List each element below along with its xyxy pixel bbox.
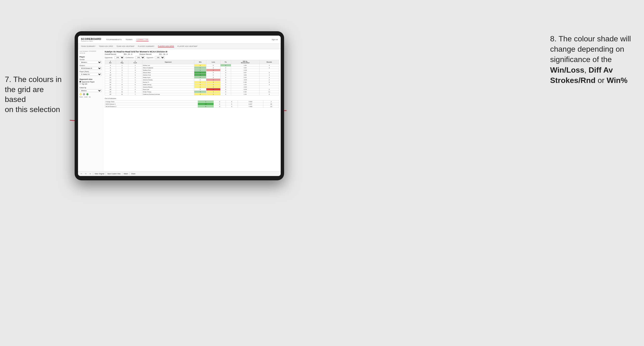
cell-reg: 1 xyxy=(116,64,128,67)
overall-record-label: Overall Record: xyxy=(105,53,116,55)
table-row: 5 2 2 Alexis Sudjianto 1 0 0 4.00 3 xyxy=(105,67,279,69)
cell-loss: 2 xyxy=(206,81,220,83)
subnav-team-h2h-heatmap[interactable]: TEAM H2H HEATMAP xyxy=(116,45,134,47)
cell-loss: 1 xyxy=(206,91,220,93)
cell-win: 1 xyxy=(194,67,206,69)
cell-diff: 1.33 xyxy=(231,93,259,95)
cell-diff: 1.50 xyxy=(231,64,259,67)
out-cell-diff: 9.267 xyxy=(238,103,263,105)
grid-records: Overall Record: 353 - 34 - 6 Division Re… xyxy=(105,53,279,55)
division-select[interactable]: NCAA Division III xyxy=(80,67,102,70)
colour-by-label: Colour by xyxy=(80,87,102,88)
cell-win: 4 xyxy=(194,91,206,93)
cell-div: 13 xyxy=(105,79,116,81)
legend-circle-level xyxy=(83,93,85,95)
cell-diff: -0.94 xyxy=(231,86,259,88)
filter-conference-label: Conference xyxy=(126,57,134,58)
watch-btn[interactable]: Watch xyxy=(124,173,128,174)
nav-teams[interactable]: TEAMS xyxy=(126,38,132,41)
subnav-team-summary[interactable]: TEAM SUMMARY xyxy=(81,45,96,47)
cell-rounds: 4 xyxy=(259,74,279,76)
col-opponent: Opponent xyxy=(142,60,194,64)
cell-rounds: 3 xyxy=(259,76,279,79)
share-btn[interactable]: Share xyxy=(131,173,135,174)
grid-title: Katelyn Vo Head-to-Head Grid for Women's… xyxy=(105,50,279,53)
out-cell-win: 1 xyxy=(198,101,214,103)
cell-win: 1 xyxy=(194,64,206,67)
cell-conf: 1 xyxy=(128,64,142,67)
nav-tournaments[interactable]: TOURNAMENTS xyxy=(106,38,122,41)
player-section-title: Player xyxy=(80,56,102,58)
filter-opponents-select[interactable]: (All) xyxy=(114,56,124,59)
cell-conf: 2 xyxy=(128,88,142,91)
main-content: Last Updated: 27/03/2024 16:55:38 Player… xyxy=(78,49,281,171)
save-custom-btn[interactable]: Save Custom View xyxy=(107,173,120,174)
cell-rounds: 2 xyxy=(259,79,279,81)
undo-btn[interactable]: ↩ xyxy=(80,173,83,175)
cell-loss: 1 xyxy=(206,69,220,71)
table-row: 6 3 3 Sydney Kuo 1 1 0 -1.00 xyxy=(105,69,279,71)
out-cell-win: 15 xyxy=(198,103,214,105)
cell-tie: 0 xyxy=(220,83,231,86)
colour-by-select[interactable]: Win/loss xyxy=(80,89,102,92)
cell-reg: 6 xyxy=(116,74,128,76)
player-rank-select[interactable]: 8. Katelyn Vo xyxy=(80,73,102,76)
cell-opponent: Sharon Mun xyxy=(142,71,194,74)
cell-opponent: Sydney Kuo xyxy=(142,69,194,71)
cell-diff: 3.33 xyxy=(231,76,259,79)
cell-reg: 3 xyxy=(116,69,128,71)
table-row: 18 2 2 Euna Lee 0 3 0 -5.00 2 xyxy=(105,88,279,91)
cell-div: 20 xyxy=(105,93,116,95)
cell-tie: 0 xyxy=(220,67,231,69)
nav-committee[interactable]: COMMITTEE xyxy=(136,38,148,41)
gender-select[interactable]: Women's xyxy=(80,61,102,64)
table-row: 14 7 4 Eunice Yi 2 2 0 0.38 9 xyxy=(105,81,279,83)
subnav-player-h2h-heatmap[interactable]: PLAYER H2H HEATMAP xyxy=(178,45,198,47)
cell-diff: 0.30 xyxy=(231,91,259,93)
subnav-player-h2h-grid[interactable]: PLAYER H2H GRID xyxy=(158,45,174,47)
cell-reg: 11 xyxy=(116,93,128,95)
cell-opponent: Jessica Huang xyxy=(142,79,194,81)
out-cell-loss: 0 xyxy=(214,103,226,105)
cell-diff: 4.00 xyxy=(231,74,259,76)
logo-text: SCOREBOARD xyxy=(81,37,101,40)
cell-opponent: Eunice Yi xyxy=(142,81,194,83)
cell-conf: 2 xyxy=(128,67,142,69)
legend-circle-down xyxy=(80,93,82,95)
subnav-player-summary[interactable]: PLAYER SUMMARY xyxy=(138,45,154,47)
radio-dot-top100 xyxy=(80,83,81,85)
out-cell-rounds: 2 xyxy=(263,101,279,103)
cell-loss: 3 xyxy=(206,88,220,91)
filter-opponent-select[interactable]: (All) xyxy=(155,56,165,59)
table-row: 3 1 1 Esther Lee 1 0 1 1.50 4 xyxy=(105,64,279,67)
division-record-value: 331 - 34 - 6 xyxy=(159,53,168,55)
cell-tie: 0 xyxy=(220,86,231,88)
out-cell-diff: 7.400 xyxy=(238,105,263,108)
subnav-team-h2h-grid[interactable]: TEAM H2H GRID xyxy=(99,45,113,47)
tablet-screen: SCOREBOARD Powered by clippd TOURNAMENTS… xyxy=(78,36,281,176)
cell-reg: 2 xyxy=(116,67,128,69)
cell-win: 2 xyxy=(194,81,206,83)
redo-btn[interactable]: ↪ xyxy=(84,173,87,175)
cell-div: 15 xyxy=(105,83,116,86)
cell-conf: 1 xyxy=(128,86,142,88)
cell-rounds: 3 xyxy=(259,71,279,74)
radio-opponents-played[interactable]: Opponents Played xyxy=(80,81,102,83)
header-right: Sign out xyxy=(272,39,278,40)
table-row: 20 11 7 Federica Domecq Lacroze 2 1 0 1.… xyxy=(105,93,279,95)
col-rounds: Rounds xyxy=(259,60,279,64)
table-row: 16 3 1 Jessica Mason 1 2 0 -0.94 xyxy=(105,86,279,88)
sign-out-link[interactable]: Sign out xyxy=(272,39,278,40)
cell-reg: 2 xyxy=(116,88,128,91)
cell-diff: 0.38 xyxy=(231,81,259,83)
h2h-table: #Div #Reg #Conf Opponent Win Loss Tie Di… xyxy=(105,60,279,95)
forward-btn[interactable]: ⇥ xyxy=(88,173,92,175)
opponent-view-section: Opponent view Opponents Played Top 100 xyxy=(80,78,102,85)
radio-top100[interactable]: Top 100 xyxy=(80,83,102,85)
view-original-btn[interactable]: View: Original xyxy=(94,173,104,174)
cell-tie: 0 xyxy=(220,91,231,93)
cell-diff: -1.00 xyxy=(231,69,259,71)
filter-conference-select[interactable]: (All) xyxy=(135,56,145,59)
out-cell-loss: 0 xyxy=(214,105,226,108)
cell-rounds: 11 xyxy=(259,91,279,93)
